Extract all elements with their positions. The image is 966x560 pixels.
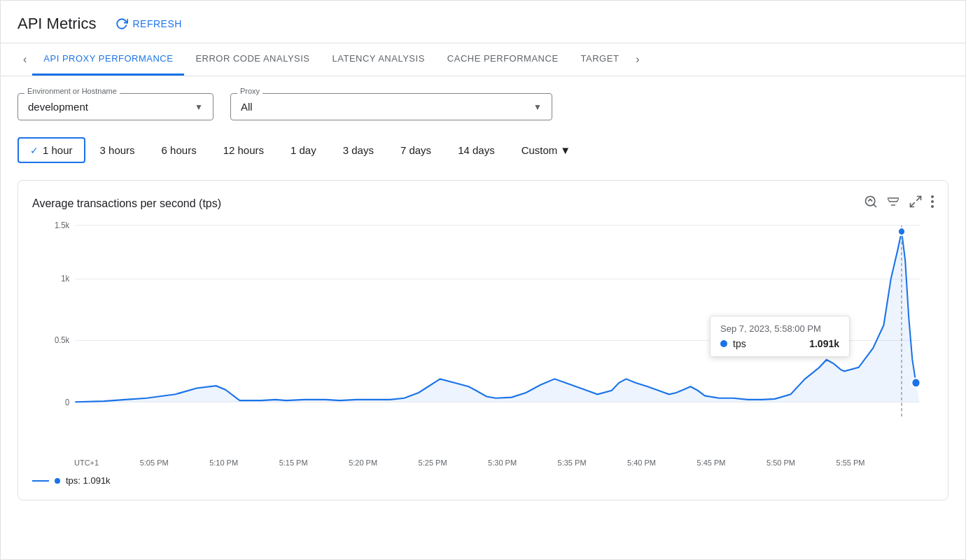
time-btn-7d[interactable]: 7 days	[388, 138, 443, 162]
chart-filter-button[interactable]	[886, 195, 900, 212]
chart-fullscreen-icon	[909, 195, 923, 209]
x-label-525: 5:25 PM	[419, 458, 447, 467]
tabs-next-button[interactable]: ›	[630, 53, 645, 66]
proxy-value: All	[241, 101, 253, 113]
legend-line	[32, 480, 49, 482]
svg-point-10	[931, 200, 934, 203]
x-label-505: 5:05 PM	[140, 458, 169, 467]
svg-point-9	[931, 195, 934, 198]
chart-more-button[interactable]	[931, 195, 934, 212]
proxy-arrow-icon: ▼	[533, 102, 542, 112]
time-btn-1d[interactable]: 1 day	[279, 138, 328, 162]
chart-filter-icon	[886, 195, 900, 209]
check-icon: ✓	[30, 145, 38, 156]
x-label-515: 5:15 PM	[279, 458, 308, 467]
filters-row: Environment or Hostname development ▼ Pr…	[18, 93, 948, 120]
svg-text:1.5k: 1.5k	[55, 220, 69, 230]
time-btn-3h[interactable]: 3 hours	[88, 138, 147, 162]
environment-value: development	[28, 101, 88, 113]
svg-point-22	[911, 378, 920, 387]
tooltip-series: tps	[733, 338, 804, 349]
x-label-utc: UTC+1	[74, 458, 99, 467]
tab-cache[interactable]: CACHE PERFORMANCE	[436, 43, 570, 76]
chart-legend: tps: 1.091k	[32, 470, 934, 486]
tooltip-date: Sep 7, 2023, 5:58:00 PM	[720, 323, 839, 334]
tab-api-proxy[interactable]: API PROXY PERFORMANCE	[32, 43, 184, 76]
svg-point-11	[931, 205, 934, 208]
chart-tooltip: Sep 7, 2023, 5:58:00 PM tps 1.091k	[710, 316, 850, 357]
environment-select[interactable]: development ▼	[18, 93, 214, 120]
x-label-510: 5:10 PM	[209, 458, 238, 467]
proxy-select-wrapper: Proxy All ▼	[230, 93, 552, 120]
x-label-550: 5:50 PM	[766, 458, 795, 467]
custom-arrow-icon: ▼	[560, 144, 570, 156]
refresh-button[interactable]: REFRESH	[110, 13, 187, 34]
svg-text:0: 0	[65, 397, 70, 406]
chart-container: Average transactions per second (tps)	[18, 180, 948, 500]
chart-search-icon	[864, 195, 878, 209]
time-btn-3d[interactable]: 3 days	[331, 138, 386, 162]
time-label-1h: 1 hour	[43, 144, 73, 156]
tab-latency[interactable]: LATENCY ANALYSIS	[321, 43, 436, 76]
x-axis-labels: UTC+1 5:05 PM 5:10 PM 5:15 PM 5:20 PM 5:…	[32, 456, 934, 470]
svg-point-21	[898, 227, 905, 235]
svg-line-8	[911, 203, 915, 207]
x-label-555: 5:55 PM	[836, 458, 865, 467]
time-btn-14d[interactable]: 14 days	[446, 138, 507, 162]
tab-target[interactable]: TARGET	[570, 43, 631, 76]
content-area: Environment or Hostname development ▼ Pr…	[1, 76, 965, 517]
environment-arrow-icon: ▼	[195, 102, 203, 112]
chart-actions	[864, 195, 934, 212]
refresh-icon	[115, 18, 128, 30]
page-container: API Metrics REFRESH ‹ API PROXY PERFORMA…	[0, 0, 966, 560]
page-title: API Metrics	[18, 15, 96, 33]
time-btn-6h[interactable]: 6 hours	[150, 138, 209, 162]
chart-header: Average transactions per second (tps)	[32, 195, 934, 212]
svg-text:0.5k: 0.5k	[55, 335, 69, 344]
tooltip-value: 1.091k	[809, 338, 839, 349]
legend-series: tps: 1.091k	[66, 475, 111, 486]
x-label-545: 5:45 PM	[697, 458, 726, 467]
time-btn-1h[interactable]: ✓ 1 hour	[18, 137, 85, 163]
environment-label: Environment or Hostname	[24, 87, 120, 95]
chart-more-icon	[931, 195, 934, 209]
tabs-prev-button[interactable]: ‹	[18, 53, 32, 66]
chart-area[interactable]: 0 0.5k 1k 1.5k	[32, 218, 934, 456]
tooltip-row: tps 1.091k	[720, 338, 839, 349]
svg-line-7	[917, 197, 921, 201]
time-range-row: ✓ 1 hour 3 hours 6 hours 12 hours 1 day …	[18, 137, 948, 163]
custom-label: Custom	[522, 144, 558, 156]
tab-error-code[interactable]: ERROR CODE ANALYSIS	[184, 43, 321, 76]
svg-line-3	[870, 200, 872, 202]
time-btn-12h[interactable]: 12 hours	[211, 138, 276, 162]
proxy-select[interactable]: All ▼	[230, 93, 552, 120]
chart-fullscreen-button[interactable]	[909, 195, 923, 212]
x-label-520: 5:20 PM	[349, 458, 377, 467]
tabs-bar: ‹ API PROXY PERFORMANCE ERROR CODE ANALY…	[1, 43, 965, 76]
proxy-label: Proxy	[237, 87, 262, 95]
chart-search-button[interactable]	[864, 195, 878, 212]
tooltip-dot	[720, 340, 727, 347]
time-btn-custom[interactable]: Custom ▼	[510, 138, 583, 162]
svg-line-1	[874, 204, 876, 207]
legend-dot	[55, 478, 60, 484]
environment-select-wrapper: Environment or Hostname development ▼	[18, 93, 214, 120]
svg-text:1k: 1k	[61, 274, 69, 283]
header: API Metrics REFRESH	[1, 1, 965, 43]
x-label-540: 5:40 PM	[627, 458, 656, 467]
x-label-535: 5:35 PM	[558, 458, 587, 467]
x-label-530: 5:30 PM	[488, 458, 517, 467]
chart-title: Average transactions per second (tps)	[32, 197, 221, 210]
refresh-label: REFRESH	[132, 18, 181, 29]
